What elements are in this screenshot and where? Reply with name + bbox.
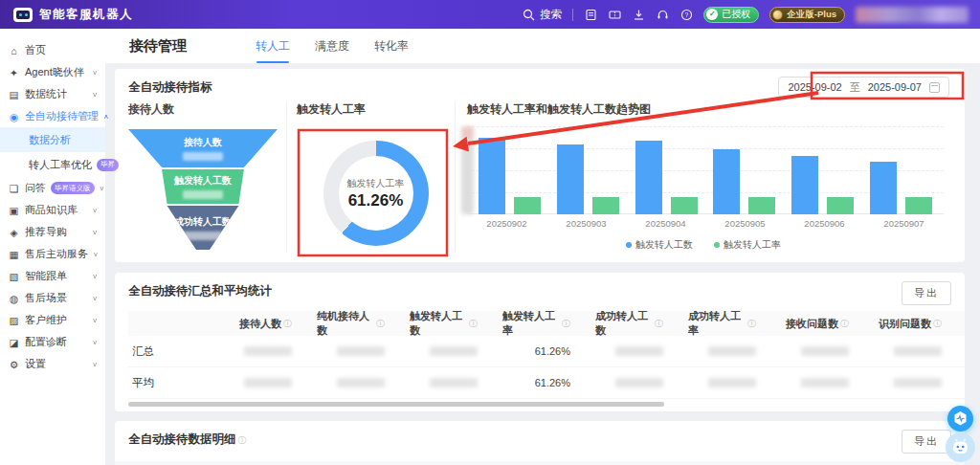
horizontal-scrollbar[interactable] xyxy=(128,402,664,407)
x-tick-label: 20250907 xyxy=(883,218,924,229)
sidebar-item-商品知识库[interactable]: ▣商品知识库∨ xyxy=(0,199,105,221)
sidebar-item-Agent晓伙伴[interactable]: ✦Agent晓伙伴∨ xyxy=(0,61,105,83)
donut-chart: 触发转人工率 61.26% xyxy=(323,141,429,246)
export-summary-button[interactable]: 导出 xyxy=(902,281,951,305)
assistant-robot-button[interactable] xyxy=(946,432,975,462)
sidebar-item-label: Agent晓伙伴 xyxy=(25,65,84,79)
funnel-stage-成功转人工数: 成功转人工数 xyxy=(128,206,278,250)
sidebar-item-转人工率优化[interactable]: 转人工率优化毕昇 xyxy=(0,152,105,177)
x-axis-labels: 2025090220250903202509042025090520250906… xyxy=(467,218,944,229)
sidebar-item-数据分析[interactable]: 数据分析 xyxy=(0,127,105,152)
export-detail-button[interactable]: 导出 xyxy=(902,430,951,454)
sidebar-item-label: 首页 xyxy=(25,43,46,57)
ticket-icon[interactable] xyxy=(608,8,621,21)
notebook-icon[interactable] xyxy=(584,8,597,21)
check-icon: ✓ xyxy=(706,9,718,20)
chevron-down-icon: ∨ xyxy=(92,361,98,368)
redacted-value xyxy=(801,346,849,356)
sidebar-item-首页[interactable]: ⌂首页 xyxy=(0,39,105,61)
funnel-stage-触发转人工数: 触发转人工数 xyxy=(128,169,278,204)
sidebar-item-全自动接待管理[interactable]: ◉全自动接待管理∧ xyxy=(0,105,105,127)
robot-logo-icon xyxy=(13,8,33,22)
table-row-平均: 平均61.26% xyxy=(128,367,965,399)
legend-item-触发转人工数[interactable]: 触发转人工数 xyxy=(626,238,693,252)
redacted-value xyxy=(430,346,478,356)
bar-触发转人工数 xyxy=(635,141,662,214)
info-icon: ⓘ xyxy=(469,318,478,330)
download-icon[interactable] xyxy=(632,8,645,21)
chevron-down-icon: ∨ xyxy=(92,295,98,302)
authorized-badge[interactable]: ✓ 已授权 xyxy=(703,7,759,23)
sidebar-item-badge: 毕昇 xyxy=(97,159,119,171)
sidebar-item-设置[interactable]: ⚙设置∨ xyxy=(0,353,105,375)
date-start: 2025-09-02 xyxy=(788,81,841,93)
column-header-纯机接待人数: 纯机接待人数ⓘ xyxy=(317,311,410,338)
auto-reception-metrics-card: 全自动接待指标 2025-09-02 至 2025-09-07 接待人数 接待人… xyxy=(115,69,965,262)
sidebar-item-配置诊断[interactable]: ◪配置诊断∨ xyxy=(0,331,105,353)
redacted-value xyxy=(244,346,292,356)
info-icon: ⓘ xyxy=(933,318,942,330)
sidebar-item-客户维护[interactable]: ▨客户维护∨ xyxy=(0,309,105,331)
summary-card-title: 全自动接待汇总和平均统计 xyxy=(128,283,272,299)
chevron-down-icon: ∨ xyxy=(100,185,105,192)
bar-触发转人工数 xyxy=(870,162,897,214)
info-icon: ⓘ xyxy=(840,318,849,330)
chevron-down-icon: ∨ xyxy=(92,339,98,346)
sidebar-item-label: 全自动接待管理 xyxy=(25,109,99,123)
bar-触发转人工率 xyxy=(827,197,854,214)
x-tick-label: 20250906 xyxy=(804,218,844,229)
calendar-icon xyxy=(929,82,940,93)
bar-触发转人工率 xyxy=(514,197,541,214)
tab-conversion[interactable]: 转化率 xyxy=(374,29,409,63)
account-name-redacted[interactable] xyxy=(856,7,969,23)
bar-触发转人工数 xyxy=(791,156,818,214)
agent-icon: ✦ xyxy=(8,67,20,78)
sidebar-item-推荐导购[interactable]: ◈推荐导购∨ xyxy=(0,221,105,243)
sidebar-item-数据统计[interactable]: ▤数据统计∨ xyxy=(0,83,105,105)
search-button[interactable]: 搜索 xyxy=(522,8,562,22)
bar-触发转人工率 xyxy=(671,197,698,214)
date-range-picker[interactable]: 2025-09-02 至 2025-09-07 xyxy=(778,77,949,98)
sidebar-item-badge: 毕昇语义版 xyxy=(51,182,95,194)
edition-badge[interactable]: 企业版-Plus xyxy=(769,7,845,23)
sidebar-item-问答[interactable]: ❏问答毕昇语义版∨ xyxy=(0,177,105,199)
sidebar-item-售后主动服务[interactable]: ▦售后主动服务∨ xyxy=(0,243,105,265)
donut-center-value: 61.26% xyxy=(348,191,404,210)
page-title: 接待管理 xyxy=(129,37,187,55)
rate-value: 61.26% xyxy=(535,377,570,388)
bar-group-20250905 xyxy=(713,149,775,214)
donut-section: 触发转人工率 触发转人工率 61.26% xyxy=(287,101,456,253)
sidebar-item-label: 转人工率优化 xyxy=(29,158,92,172)
config-diagnosis-icon: ◪ xyxy=(8,337,20,348)
detail-table-header-strip xyxy=(115,461,965,465)
donut-center-label: 触发转人工率 xyxy=(347,177,405,190)
app-logo: 智能客服机器人 xyxy=(0,7,133,23)
chevron-down-icon: ∨ xyxy=(92,69,98,77)
tab-to-human[interactable]: 转人工 xyxy=(256,29,290,63)
info-icon: ⓘ xyxy=(747,318,756,330)
date-separator: 至 xyxy=(850,80,860,95)
redacted-value xyxy=(615,346,663,356)
help-icon[interactable]: ? xyxy=(679,8,693,21)
redacted-value xyxy=(708,378,756,388)
redacted-value xyxy=(183,152,223,161)
diagnosis-float-button[interactable] xyxy=(947,406,973,432)
sidebar-item-label: 售后场景 xyxy=(25,291,67,305)
sidebar-item-售后场景[interactable]: ◍售后场景∨ xyxy=(0,287,105,309)
funnel-chart: 接待人数触发转人工数成功转人工数 xyxy=(128,129,278,250)
sidebar-item-智能跟单[interactable]: ▧智能跟单∨ xyxy=(0,265,105,287)
detail-data-card: 全自动接待数据明细ⓘ 导出 xyxy=(115,421,965,465)
bar-触发转人工率 xyxy=(748,197,775,214)
sidebar-item-label: 售后主动服务 xyxy=(25,247,88,261)
chevron-up-icon: ∧ xyxy=(103,113,109,121)
metrics-card-title: 全自动接待指标 xyxy=(128,79,212,96)
tab-satisfaction[interactable]: 满意度 xyxy=(315,29,349,63)
column-header-接收问题数: 接收问题数ⓘ xyxy=(781,317,874,331)
sidebar-item-label: 设置 xyxy=(25,357,46,371)
headset-icon[interactable] xyxy=(656,8,669,21)
funnel-section: 接待人数 接待人数触发转人工数成功转人工数 xyxy=(128,101,287,253)
page-header: 接待管理 转人工 满意度 转化率 xyxy=(105,29,980,63)
info-icon: ⓘ xyxy=(283,318,292,330)
legend-item-触发转人工率[interactable]: 触发转人工率 xyxy=(714,238,781,252)
sidebar-item-label: 数据分析 xyxy=(29,133,71,147)
